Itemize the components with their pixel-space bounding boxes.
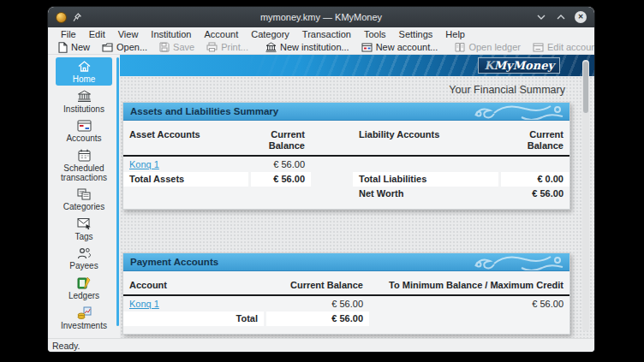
print-button: Print... (200, 42, 254, 52)
tags-icon (77, 217, 92, 230)
vertical-scrollbar-track[interactable] (582, 60, 589, 331)
new-account-button[interactable]: New account... (355, 42, 444, 52)
titlebar[interactable]: mymoney.kmy — KMyMoney ✕ (48, 7, 594, 27)
total-assets-label: Total Assets (123, 172, 248, 187)
payment-account-minmax: € 56.00 (372, 297, 569, 312)
menu-item-view[interactable]: View (112, 29, 145, 39)
new-document-icon (58, 42, 68, 53)
col-account: Account (123, 278, 264, 293)
asset-account-balance: € 56.00 (251, 157, 311, 172)
status-text: Ready. (52, 341, 80, 351)
minimize-button[interactable] (535, 11, 547, 23)
kmymoney-logo: KMyMoney (478, 57, 560, 74)
institutions-icon (77, 90, 92, 103)
menubar: File Edit View Institution Account Categ… (48, 27, 594, 40)
sidebar-item-investments[interactable]: Investments (56, 304, 112, 332)
printer-icon (206, 42, 218, 52)
menu-item-tools[interactable]: Tools (358, 29, 392, 39)
payments-total-label: Total (123, 312, 264, 326)
save-icon (159, 42, 170, 52)
col-current-balance-assets: Current Balance (251, 128, 311, 153)
open-ledger-button: Open ledger (449, 42, 527, 52)
table-header-rule (123, 294, 569, 296)
vertical-scrollbar-thumb[interactable] (583, 62, 588, 113)
home-content: Your Financial Summary Assets and Liabil… (120, 76, 594, 338)
asset-account-cell: Konq 1 (123, 157, 248, 172)
new-institution-button[interactable]: New institution... (259, 42, 355, 52)
sidebar-item-payees[interactable]: Payees (56, 245, 112, 272)
scheduled-transactions-icon (78, 149, 91, 162)
sidebar-item-scheduled-transactions[interactable]: Scheduled transactions (56, 146, 112, 184)
assets-liabilities-card: Assets and Liabilities Summary (122, 102, 570, 210)
col-liability-accounts: Liability Accounts (353, 128, 498, 153)
new-button[interactable]: New (52, 42, 96, 53)
kmymoney-app-icon (56, 12, 67, 23)
payment-accounts-card: Payment Accounts Account (122, 252, 570, 335)
assets-liabilities-table: Asset Accounts Current Balance Liability… (123, 121, 569, 209)
page-title: Your Financial Summary (120, 84, 565, 96)
save-button: Save (153, 42, 200, 52)
flourish-icon (472, 103, 566, 121)
maximize-button[interactable] (555, 11, 567, 23)
sidebar-item-accounts[interactable]: Accounts (56, 117, 112, 145)
konq1-account-link[interactable]: Konq 1 (129, 159, 159, 169)
menu-item-account[interactable]: Account (198, 29, 244, 39)
menu-item-transaction[interactable]: Transaction (296, 29, 357, 39)
open-button[interactable]: Open... (96, 42, 153, 52)
home-view: KMyMoney Your Financial Summary Assets a… (120, 55, 594, 338)
menu-item-file[interactable]: File (55, 29, 82, 39)
edit-account-button: Edit account... (527, 42, 594, 52)
table-header-rule (123, 155, 569, 157)
ledger-icon (455, 42, 465, 52)
menu-item-category[interactable]: Category (245, 29, 295, 39)
window-title: mymoney.kmy — KMyMoney (48, 12, 594, 22)
sidebar-item-institutions[interactable]: Institutions (56, 87, 112, 116)
flourish-icon (472, 253, 566, 271)
view-sidebar: Home Institutions Accounts Scheduled tra… (48, 55, 120, 338)
edit-account-icon (533, 42, 544, 52)
menu-item-institution[interactable]: Institution (145, 29, 197, 39)
sidebar-item-home[interactable]: Home (56, 57, 112, 86)
kmymoney-window: mymoney.kmy — KMyMoney ✕ File Edit View … (48, 7, 594, 352)
assets-liabilities-header: Assets and Liabilities Summary (123, 103, 569, 121)
payment-account-balance: € 56.00 (266, 297, 369, 312)
total-liabilities-value: € 0.00 (501, 172, 569, 187)
payment-accounts-header: Payment Accounts (123, 253, 569, 271)
col-asset-accounts: Asset Accounts (123, 128, 248, 153)
menu-item-settings[interactable]: Settings (393, 29, 439, 39)
toolbar: New Open... Save Print... New institutio… (48, 40, 594, 55)
col-current-balance-liabilities: Current Balance (501, 128, 569, 153)
new-account-icon (361, 42, 373, 52)
categories-icon (77, 188, 91, 200)
konq1-account-link[interactable]: Konq 1 (129, 299, 159, 309)
col-min-max: To Minimum Balance / Maximum Credit (372, 278, 569, 293)
net-worth-value: € 56.00 (501, 187, 569, 201)
payment-account-cell: Konq 1 (123, 297, 264, 312)
sidebar-item-categories[interactable]: Categories (56, 186, 112, 213)
accounts-icon (77, 120, 92, 132)
total-liabilities-label: Total Liabilities (353, 172, 498, 187)
bank-icon (265, 42, 277, 52)
close-button[interactable]: ✕ (575, 11, 587, 23)
kmymoney-banner: KMyMoney (120, 55, 594, 76)
pin-icon (73, 13, 81, 22)
sidebar-item-ledgers[interactable]: Ledgers (56, 274, 112, 302)
net-worth-label: Net Worth (353, 187, 498, 201)
menu-item-edit[interactable]: Edit (83, 29, 111, 39)
payments-total-value: € 56.00 (266, 312, 369, 326)
menu-item-help[interactable]: Help (439, 29, 471, 39)
sidebar-item-tags[interactable]: Tags (56, 215, 112, 243)
col-current-balance: Current Balance (266, 278, 369, 293)
payees-icon (77, 247, 92, 259)
sidebar-scrollbar[interactable] (116, 57, 119, 326)
statusbar: Ready. (48, 338, 594, 352)
investments-icon (77, 306, 92, 319)
total-assets-value: € 56.00 (251, 172, 311, 187)
ledgers-icon (77, 276, 91, 289)
payment-accounts-table: Account Current Balance To Minimum Balan… (123, 271, 569, 334)
home-icon (77, 60, 92, 73)
open-folder-icon (102, 43, 113, 52)
